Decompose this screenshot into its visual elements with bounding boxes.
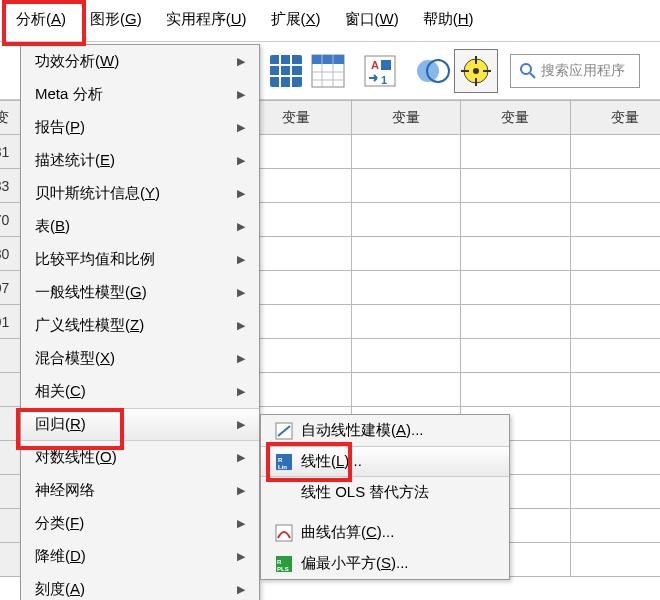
chevron-right-icon: ▶	[237, 187, 245, 200]
menu-regression[interactable]: 回归(R)▶	[21, 408, 259, 441]
blank-icon	[275, 484, 293, 502]
chevron-right-icon: ▶	[237, 385, 245, 398]
menu-tables[interactable]: 表(B)▶	[21, 210, 259, 243]
analyze-menu: 功效分析(W)▶ Meta 分析▶ 报告(P)▶ 描述统计(E)▶ 贝叶斯统计信…	[20, 44, 260, 600]
menu-loglinear[interactable]: 对数线性(O)▶	[21, 441, 259, 474]
variables-icon[interactable]: A1	[360, 51, 400, 91]
search-icon	[519, 62, 537, 80]
chevron-right-icon: ▶	[237, 583, 245, 596]
menubar-item-utilities[interactable]: 实用程序(U)	[154, 6, 259, 33]
menu-gzlm[interactable]: 广义线性模型(Z)▶	[21, 309, 259, 342]
col-header[interactable]: 变量	[461, 101, 571, 135]
chevron-right-icon: ▶	[237, 220, 245, 233]
regression-submenu: 自动线性建模(A)... RLin 线性(L)... 线性 OLS 替代方法 曲…	[260, 414, 510, 580]
chevron-right-icon: ▶	[237, 418, 245, 431]
svg-text:Lin: Lin	[278, 464, 287, 470]
svg-point-23	[521, 64, 531, 74]
chevron-right-icon: ▶	[237, 253, 245, 266]
svg-text:R: R	[278, 457, 283, 463]
pls-icon: RPLS	[275, 555, 293, 573]
menu-neural[interactable]: 神经网络▶	[21, 474, 259, 507]
svg-rect-0	[270, 55, 302, 87]
menu-compare[interactable]: 比较平均值和比例▶	[21, 243, 259, 276]
chevron-right-icon: ▶	[237, 154, 245, 167]
linear-icon: RLin	[275, 453, 293, 471]
menu-dimred[interactable]: 降维(D)▶	[21, 540, 259, 573]
submenu-ols[interactable]: 线性 OLS 替代方法	[261, 477, 509, 508]
chevron-right-icon: ▶	[237, 121, 245, 134]
svg-rect-14	[381, 60, 391, 70]
svg-point-18	[473, 68, 479, 74]
venn-icon[interactable]	[412, 51, 452, 91]
menu-report[interactable]: 报告(P)▶	[21, 111, 259, 144]
submenu-curve[interactable]: 曲线估算(C)...	[261, 517, 509, 548]
svg-rect-6	[312, 55, 344, 64]
menu-bayes[interactable]: 贝叶斯统计信息(Y)▶	[21, 177, 259, 210]
menu-descriptive[interactable]: 描述统计(E)▶	[21, 144, 259, 177]
menu-meta[interactable]: Meta 分析▶	[21, 78, 259, 111]
svg-text:A: A	[371, 59, 379, 71]
search-input[interactable]: 搜索应用程序	[510, 54, 640, 88]
menu-correlate[interactable]: 相关(C)▶	[21, 375, 259, 408]
grid-icon[interactable]	[266, 51, 306, 91]
target-icon[interactable]	[454, 49, 498, 93]
search-placeholder: 搜索应用程序	[541, 62, 625, 80]
svg-text:R: R	[277, 559, 282, 565]
menu-scale[interactable]: 刻度(A)▶	[21, 573, 259, 600]
menu-glm[interactable]: 一般线性模型(G)▶	[21, 276, 259, 309]
chevron-right-icon: ▶	[237, 517, 245, 530]
chevron-right-icon: ▶	[237, 352, 245, 365]
chevron-right-icon: ▶	[237, 88, 245, 101]
chevron-right-icon: ▶	[237, 484, 245, 497]
col-header[interactable]: 变量	[570, 101, 660, 135]
chevron-right-icon: ▶	[237, 286, 245, 299]
separator	[267, 512, 503, 513]
menubar: 分析(A) 图形(G) 实用程序(U) 扩展(X) 窗口(W) 帮助(H)	[0, 0, 660, 42]
submenu-linear[interactable]: RLin 线性(L)...	[261, 446, 509, 477]
chevron-right-icon: ▶	[237, 55, 245, 68]
chevron-right-icon: ▶	[237, 451, 245, 464]
menu-power[interactable]: 功效分析(W)▶	[21, 45, 259, 78]
chevron-right-icon: ▶	[237, 319, 245, 332]
curve-icon	[275, 524, 293, 542]
submenu-pls[interactable]: RPLS 偏最小平方(S)...	[261, 548, 509, 579]
menubar-item-help[interactable]: 帮助(H)	[411, 6, 486, 33]
menubar-item-analyze[interactable]: 分析(A)	[4, 6, 78, 33]
svg-line-24	[530, 73, 535, 78]
svg-text:1: 1	[381, 74, 387, 86]
svg-text:PLS: PLS	[277, 566, 289, 572]
chevron-right-icon: ▶	[237, 550, 245, 563]
menu-mixed[interactable]: 混合模型(X)▶	[21, 342, 259, 375]
menubar-item-window[interactable]: 窗口(W)	[333, 6, 411, 33]
auto-linear-icon	[275, 422, 293, 440]
menubar-item-extensions[interactable]: 扩展(X)	[259, 6, 333, 33]
submenu-auto-linear[interactable]: 自动线性建模(A)...	[261, 415, 509, 446]
col-header[interactable]: 变量	[351, 101, 461, 135]
menu-classify[interactable]: 分类(F)▶	[21, 507, 259, 540]
table-icon[interactable]	[308, 51, 348, 91]
menubar-item-graphics[interactable]: 图形(G)	[78, 6, 154, 33]
